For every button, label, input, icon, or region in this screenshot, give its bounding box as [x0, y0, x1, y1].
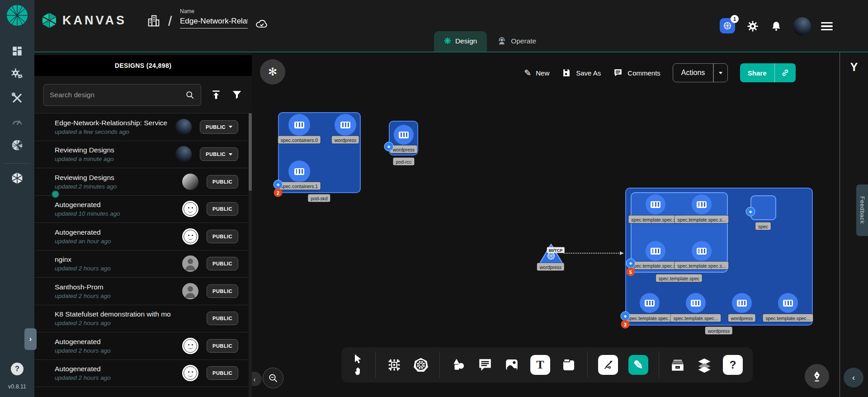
- visibility-badge[interactable]: PUBLIC: [207, 366, 238, 380]
- designs-scrollbar-thumb[interactable]: [249, 113, 252, 191]
- visibility-badge[interactable]: PUBLIC: [207, 257, 238, 270]
- container-node[interactable]: [288, 161, 310, 182]
- version-history-icon[interactable]: Y: [850, 61, 858, 74]
- organization-icon[interactable]: [146, 14, 161, 28]
- help-icon[interactable]: ?: [723, 355, 743, 375]
- feedback-tab[interactable]: Feedback: [856, 184, 868, 236]
- right-rail: Y Feedback ‹: [840, 52, 868, 397]
- container-node[interactable]: [646, 194, 665, 214]
- design-list-item[interactable]: Edge-Network-Relationship: Service updat…: [34, 113, 252, 141]
- design-list-item[interactable]: nginx updated 2 hours ago PUBLIC: [34, 250, 252, 278]
- save-icon: [561, 68, 571, 78]
- comments-button[interactable]: Comments: [613, 68, 660, 78]
- select-cursor-icon[interactable]: [351, 353, 365, 364]
- dashboard-icon[interactable]: [9, 43, 25, 59]
- notifications-bell-icon[interactable]: [769, 19, 783, 33]
- spec-node[interactable]: [750, 195, 776, 220]
- container-node[interactable]: [640, 293, 660, 313]
- layers-icon[interactable]: [696, 357, 712, 373]
- design-list-item[interactable]: Autogenerated updated 10 minutes ago PUB…: [34, 195, 252, 223]
- design-title: Autogenerated: [55, 365, 182, 373]
- comment-icon[interactable]: [477, 357, 493, 373]
- chevron-down-icon[interactable]: [714, 64, 727, 82]
- search-input[interactable]: [50, 91, 185, 99]
- container-icon: [294, 122, 304, 128]
- design-list-item[interactable]: K8 Statefulset demonstration with mo upd…: [34, 305, 252, 332]
- container-node[interactable]: [692, 194, 712, 214]
- design-list-item[interactable]: Reviewing Designs updated 2 minutes ago …: [34, 168, 252, 195]
- performance-gauge-icon[interactable]: [9, 114, 25, 129]
- kubernetes-icon[interactable]: [413, 357, 429, 373]
- sidebar-expand-handle[interactable]: ›: [24, 328, 37, 350]
- kubernetes-context-button[interactable]: 1: [720, 18, 736, 34]
- user-avatar[interactable]: [793, 17, 811, 35]
- container-node[interactable]: [732, 293, 752, 313]
- mesh-icon[interactable]: [9, 137, 25, 153]
- mode-tabs: ❋ Design Operate: [434, 31, 546, 52]
- design-list-item[interactable]: Autogenerated updated an hour ago PUBLIC: [34, 222, 252, 250]
- image-icon[interactable]: [504, 357, 520, 373]
- visibility-badge[interactable]: PUBLIC: [207, 175, 238, 189]
- visibility-badge[interactable]: PUBLIC: [200, 147, 238, 161]
- text-icon[interactable]: T: [530, 355, 550, 375]
- freehand-draw-icon[interactable]: ✎: [628, 355, 648, 375]
- share-button[interactable]: Share: [740, 63, 796, 82]
- container-node[interactable]: [778, 293, 798, 313]
- actions-button[interactable]: Actions: [673, 63, 728, 82]
- configuration-tools-icon[interactable]: [9, 90, 25, 106]
- service-node[interactable]: [538, 243, 564, 265]
- pen-path-icon[interactable]: [598, 355, 618, 375]
- collapse-right-panel-icon[interactable]: ‹: [844, 368, 863, 388]
- network-edge[interactable]: [564, 253, 623, 254]
- visibility-badge[interactable]: PUBLIC: [207, 284, 238, 298]
- container-node[interactable]: [686, 293, 706, 313]
- kanvas-hexagon-icon[interactable]: [9, 170, 25, 186]
- error-count-badge[interactable]: 2: [274, 189, 283, 197]
- visibility-badge[interactable]: PUBLIC: [207, 230, 238, 243]
- design-list-item[interactable]: Reviewing Designs updated a minute ago P…: [34, 141, 252, 168]
- design-list-item[interactable]: Santhosh-Prom updated 2 hours ago PUBLIC: [34, 277, 252, 305]
- container-node[interactable]: [692, 241, 712, 261]
- canvas-widgets-button[interactable]: ✻: [260, 59, 285, 85]
- lifecycle-gears-icon[interactable]: [9, 67, 25, 82]
- container-node[interactable]: [646, 241, 665, 261]
- note-icon[interactable]: [561, 357, 577, 373]
- design-owner-avatar: [175, 119, 192, 135]
- error-count-badge[interactable]: 5: [627, 268, 635, 276]
- container-node[interactable]: [335, 114, 356, 136]
- help-icon[interactable]: ?: [11, 363, 24, 375]
- design-list-item[interactable]: Autogenerated updated 2 hours ago PUBLIC: [34, 332, 252, 359]
- collapse-left-panel-icon[interactable]: ‹: [252, 372, 262, 386]
- tab-operate[interactable]: Operate: [487, 32, 546, 52]
- layer5-logo-icon[interactable]: [6, 4, 28, 27]
- search-icon[interactable]: [185, 90, 195, 100]
- visibility-badge[interactable]: PUBLIC: [207, 202, 238, 216]
- save-as-button[interactable]: Save As: [561, 68, 601, 78]
- pen-mode-button[interactable]: [805, 364, 829, 388]
- shapes-icon[interactable]: [450, 357, 467, 373]
- tab-design[interactable]: ❋ Design: [434, 31, 487, 52]
- new-button[interactable]: ✎ New: [524, 68, 549, 78]
- visibility-badge[interactable]: PUBLIC: [200, 120, 238, 134]
- zoom-button[interactable]: [263, 368, 283, 388]
- error-count-badge[interactable]: 3: [621, 320, 630, 329]
- design-canvas[interactable]: ✻ ✎ New Save As Comments Actions: [252, 52, 840, 397]
- import-design-icon[interactable]: [210, 88, 222, 102]
- kanvas-brand[interactable]: KANVAS: [41, 12, 127, 29]
- visibility-badge[interactable]: PUBLIC: [207, 312, 238, 325]
- components-icon[interactable]: [386, 357, 402, 373]
- design-name-input[interactable]: [180, 16, 248, 28]
- pan-hand-icon[interactable]: [351, 366, 365, 377]
- menu-icon[interactable]: [821, 22, 833, 31]
- group-label: pod-skd: [308, 194, 330, 202]
- container-node[interactable]: [394, 125, 414, 145]
- visibility-badge[interactable]: PUBLIC: [207, 339, 238, 353]
- settings-gear-icon[interactable]: [746, 19, 760, 33]
- drawer-icon[interactable]: [670, 357, 686, 373]
- design-title: Autogenerated: [55, 228, 182, 236]
- container-node[interactable]: [288, 114, 310, 136]
- filter-icon[interactable]: [231, 88, 243, 102]
- copy-link-icon[interactable]: [775, 63, 796, 82]
- design-list-item[interactable]: Autogenerated updated 2 hours ago PUBLIC: [34, 359, 252, 387]
- designs-panel: DESIGNS (24,898) Edge-Network-Relationsh…: [34, 52, 252, 397]
